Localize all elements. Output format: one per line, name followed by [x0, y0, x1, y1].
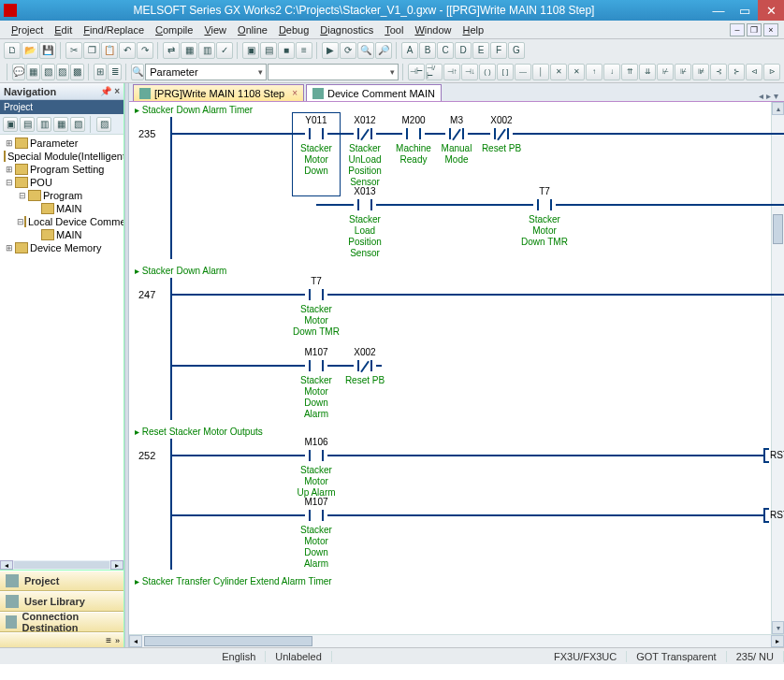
sf5-icon[interactable]: ⊣↑ — [443, 64, 460, 80]
monitor-write-icon[interactable]: ▤ — [260, 42, 277, 59]
menu-window[interactable]: Window — [409, 24, 457, 36]
close-button[interactable]: ✕ — [758, 0, 784, 21]
no-contact[interactable] — [305, 508, 327, 523]
tree-item[interactable]: MAIN — [0, 202, 123, 215]
nav-cat-chevron-icon[interactable]: » — [115, 636, 120, 645]
f9-hline-icon[interactable]: — — [515, 64, 531, 80]
comment-icon[interactable]: 💬 — [12, 64, 26, 80]
nc-contact[interactable] — [354, 358, 376, 373]
tree-item[interactable]: Special Module(Intelligent — [0, 150, 123, 163]
label-icon[interactable]: ▨ — [56, 64, 70, 80]
hscroll-thumb[interactable] — [144, 636, 312, 646]
tool-b-icon[interactable]: B — [419, 42, 436, 59]
tab-nav-right-icon[interactable]: ▸ — [766, 91, 771, 101]
nav-pin-icon[interactable]: 📌 × — [100, 86, 120, 96]
menu-findreplace[interactable]: Find/Replace — [78, 24, 150, 36]
scroll-right-icon[interactable]: ▸ — [110, 560, 123, 570]
alias-icon[interactable]: ▩ — [70, 64, 84, 80]
mdi-close-icon[interactable]: × — [763, 23, 778, 36]
menu-help[interactable]: Help — [457, 24, 490, 36]
cf9-del-icon[interactable]: ✕ — [550, 64, 567, 80]
list-icon[interactable]: ≣ — [108, 64, 122, 80]
nav-tool5-icon[interactable]: ▧ — [70, 117, 85, 132]
copy-icon[interactable]: ❐ — [83, 42, 100, 59]
ladder-canvas[interactable]: ▴ ▾ ▸ Stacker Down Alarm TimerY011X012M2… — [129, 102, 784, 634]
cf10-del-icon[interactable]: ✕ — [568, 64, 585, 80]
tool-f-icon[interactable]: F — [490, 42, 507, 59]
save-icon[interactable]: 💾 — [39, 42, 56, 59]
tree-item[interactable]: ⊞Program Setting — [0, 163, 123, 176]
nc-contact[interactable] — [490, 126, 513, 141]
tab-close-icon[interactable]: × — [292, 88, 298, 98]
f6-contact-icon[interactable]: ⊣/⊢ — [426, 64, 443, 80]
no-contact[interactable] — [533, 197, 556, 212]
nav-tool2-icon[interactable]: ▤ — [20, 117, 35, 132]
nav-category-user-library[interactable]: User Library — [0, 591, 123, 612]
saf7-icon[interactable]: ⇈ — [621, 64, 638, 80]
find-icon[interactable]: 🔍 — [131, 64, 145, 80]
tool-d-icon[interactable]: D — [455, 42, 472, 59]
paste-icon[interactable]: 📋 — [101, 42, 118, 59]
redo-icon[interactable]: ↷ — [137, 42, 153, 59]
menu-edit[interactable]: Edit — [49, 24, 78, 36]
tree-item[interactable]: MAIN — [0, 228, 123, 241]
sf6-icon[interactable]: ⊣↓ — [461, 64, 478, 80]
tree-item[interactable]: ⊞Parameter — [0, 137, 123, 150]
menu-compile[interactable]: Compile — [150, 24, 198, 36]
zoom-in-icon[interactable]: 🔍 — [357, 42, 374, 59]
tab-nav-left-icon[interactable]: ◂ — [759, 91, 763, 101]
caf10-icon[interactable]: ⊯ — [692, 64, 709, 80]
saf8-icon[interactable]: ⇊ — [639, 64, 656, 80]
af7-icon[interactable]: ⊱ — [728, 64, 745, 80]
transfer-icon[interactable]: ⇄ — [163, 42, 180, 59]
project-tree[interactable]: ⊞ParameterSpecial Module(Intelligent⊞Pro… — [0, 135, 123, 560]
minimize-button[interactable]: — — [705, 0, 732, 21]
zoom-out-icon[interactable]: 🔎 — [375, 42, 392, 59]
hscroll-right-icon[interactable]: ▸ — [771, 635, 784, 647]
no-contact[interactable] — [305, 448, 327, 463]
nav-tool4-icon[interactable]: ▦ — [53, 117, 68, 132]
f8-app-icon[interactable]: [ ] — [497, 64, 514, 80]
tab-menu-icon[interactable]: ▾ — [774, 91, 778, 101]
tool-a-icon[interactable]: A — [401, 42, 418, 59]
scroll-left-icon[interactable]: ◂ — [0, 560, 13, 570]
f5-contact-icon[interactable]: ⊣⊢ — [408, 64, 425, 80]
stop-icon[interactable]: ■ — [278, 42, 295, 59]
tree-item[interactable]: ⊟Program — [0, 189, 123, 202]
menu-diagnostics[interactable]: Diagnostics — [314, 24, 379, 36]
nc-contact[interactable] — [445, 126, 468, 141]
tree-item[interactable]: ⊟POU — [0, 176, 123, 189]
tool-g-icon[interactable]: G — [508, 42, 525, 59]
parameter-combo[interactable]: Parameter — [145, 64, 267, 80]
nav-tool6-icon[interactable]: ▨ — [96, 117, 111, 132]
rebuild-icon[interactable]: ⟳ — [340, 42, 356, 59]
editor-tab[interactable]: Device Comment MAIN — [306, 84, 442, 101]
device-combo[interactable] — [268, 64, 399, 80]
horizontal-scrollbar[interactable]: ◂ ▸ — [129, 634, 784, 647]
read-plc-icon[interactable]: ▥ — [198, 42, 215, 59]
nc-contact[interactable] — [354, 126, 376, 141]
mdi-restore-icon[interactable]: ❐ — [747, 23, 762, 36]
sim-icon[interactable]: ≡ — [296, 42, 312, 59]
nav-hscroll[interactable]: ◂ ▸ — [0, 560, 123, 570]
scroll-down-icon[interactable]: ▾ — [772, 621, 784, 634]
menu-tool[interactable]: Tool — [379, 24, 409, 36]
tool-c-icon[interactable]: C — [437, 42, 454, 59]
build-icon[interactable]: ▶ — [322, 42, 339, 59]
ladder-icon[interactable]: ⊞ — [94, 64, 108, 80]
undo-icon[interactable]: ↶ — [119, 42, 136, 59]
saf5-icon[interactable]: ↑ — [586, 64, 603, 80]
note-icon[interactable]: ▧ — [41, 64, 55, 80]
no-contact[interactable] — [305, 358, 327, 373]
cut-icon[interactable]: ✂ — [65, 42, 82, 59]
tool-e-icon[interactable]: E — [472, 42, 489, 59]
scroll-thumb[interactable] — [773, 214, 783, 244]
f10-icon[interactable]: ⊰ — [710, 64, 727, 80]
open-icon[interactable]: 📂 — [22, 42, 38, 59]
verify-icon[interactable]: ✓ — [216, 42, 233, 59]
vertical-scrollbar[interactable]: ▴ ▾ — [771, 102, 784, 634]
nav-tool3-icon[interactable]: ▥ — [36, 117, 51, 132]
write-plc-icon[interactable]: ▦ — [181, 42, 197, 59]
af9-icon[interactable]: ⊳ — [763, 64, 780, 80]
no-contact[interactable] — [402, 126, 425, 141]
